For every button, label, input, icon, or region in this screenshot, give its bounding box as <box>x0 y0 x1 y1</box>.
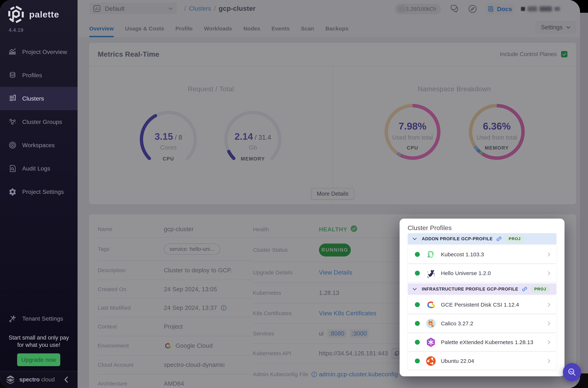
project-overview-icon <box>8 48 17 56</box>
kubecost-logo-icon <box>426 249 436 260</box>
sidebar-item-project-settings[interactable]: Project Settings <box>0 180 78 203</box>
profile-layer-name: GCE Persistent Disk CSI 1.12.4 <box>441 302 519 308</box>
sidebar-item-profiles[interactable]: Profiles <box>0 64 78 87</box>
sidebar-item-label: Cluster Groups <box>22 119 62 125</box>
sidebar-item-cluster-groups[interactable]: Cluster Groups <box>0 110 78 134</box>
profile-layer-item-calico[interactable]: Calico 3.27.2 <box>407 315 557 332</box>
spectro-cloud-brand: spectro cloud <box>19 376 55 383</box>
cluster-groups-icon <box>8 118 17 126</box>
sidebar-item-audit-logs[interactable]: Audit Logs <box>0 157 78 180</box>
chevron-right-icon <box>546 321 551 326</box>
profile-section-header[interactable]: ADDON PROFILE GCP-PROFILEPROJ <box>407 233 557 244</box>
ubuntu-logo-icon <box>426 356 436 366</box>
profile-layer-name: Kubecost 1.103.3 <box>441 251 484 258</box>
status-dot <box>415 252 420 257</box>
profile-section-label: ADDON PROFILE GCP-PROFILE <box>422 236 493 241</box>
status-dot <box>415 359 420 364</box>
cluster-profiles-title: Cluster Profiles <box>407 224 557 232</box>
profile-layer-item-hello-universe[interactable]: Hello Universe 1.2.0 <box>407 264 557 282</box>
link-icon <box>522 286 527 292</box>
chevron-down-icon <box>412 286 417 292</box>
profile-section-header[interactable]: INFRASTRUCTURE PROFILE GCP-PROFILEPROJ <box>407 283 557 295</box>
profile-layer-name: Palette eXtended Kubernetes 1.28.13 <box>441 339 533 345</box>
sidebar-item-label: Tenant Settings <box>22 315 63 322</box>
sidebar-collapse-icon[interactable] <box>64 376 68 383</box>
palette-logo: palette <box>8 5 59 23</box>
sidebar-item-label: Project Settings <box>22 189 64 195</box>
sidebar-item-label: Clusters <box>22 95 44 102</box>
chevron-right-icon <box>546 302 551 307</box>
clusters-icon <box>8 94 17 103</box>
sidebar-nav: Project OverviewProfilesClustersCluster … <box>0 40 78 203</box>
sidebar-item-label: Audit Logs <box>22 165 50 172</box>
sidebar-item-clusters[interactable]: Clusters <box>0 87 78 110</box>
status-dot <box>415 271 420 276</box>
spectro-cloud-logo-icon <box>5 374 16 385</box>
chevron-down-icon <box>412 236 417 242</box>
status-dot <box>415 321 420 326</box>
proj-scope-badge: PROJ <box>505 235 524 242</box>
profile-layer-name: Calico 3.27.2 <box>441 320 473 327</box>
profile-layer-item-gce[interactable]: GCE Persistent Disk CSI 1.12.4 <box>407 296 557 314</box>
pxk-logo-icon <box>426 337 436 348</box>
status-dot <box>415 340 420 345</box>
cluster-profiles-popover: Cluster Profiles ADDON PROFILE GCP-PROFI… <box>400 218 565 376</box>
profile-section-label: INFRASTRUCTURE PROFILE GCP-PROFILE <box>422 287 518 292</box>
upgrade-promo-text: Start small and only pay for what you us… <box>0 334 78 349</box>
app-title: palette <box>29 9 59 20</box>
chevron-right-icon <box>546 252 551 257</box>
profile-layer-item-ubuntu[interactable]: Ubuntu 22.04 <box>407 352 557 370</box>
workspaces-icon <box>8 141 17 149</box>
profile-layer-name: Ubuntu 22.04 <box>441 358 474 364</box>
profile-layer-item-pxk[interactable]: Palette eXtended Kubernetes 1.28.13 <box>407 333 557 351</box>
sidebar-footer: spectro cloud <box>0 371 78 388</box>
sidebar-item-label: Profiles <box>22 72 42 79</box>
sidebar-item-label: Workspaces <box>22 142 55 149</box>
link-icon <box>496 236 502 242</box>
status-dot <box>415 302 420 307</box>
hello-universe-logo-icon <box>426 268 436 279</box>
sidebar-item-label: Project Overview <box>22 49 67 55</box>
sidebar: palette 4.4.19 Project OverviewProfilesC… <box>0 0 78 388</box>
search-fab-button[interactable] <box>563 363 581 381</box>
sidebar-item-project-overview[interactable]: Project Overview <box>0 40 78 64</box>
profiles-icon <box>8 71 17 79</box>
version-label: 4.4.19 <box>9 27 23 33</box>
chevron-right-icon <box>546 359 551 364</box>
tenant-settings-icon <box>8 315 17 323</box>
chevron-right-icon <box>546 340 551 345</box>
profile-layer-item-kubecost[interactable]: Kubecost 1.103.3 <box>407 245 557 263</box>
project-settings-icon <box>8 188 17 196</box>
upgrade-now-button[interactable]: Upgrade now <box>17 353 60 366</box>
audit-logs-icon <box>8 164 17 173</box>
calico-logo-icon <box>426 318 436 329</box>
sidebar-item-workspaces[interactable]: Workspaces <box>0 134 78 157</box>
palette-logo-icon <box>8 5 24 23</box>
chevron-right-icon <box>546 271 551 276</box>
proj-scope-badge: PROJ <box>531 286 550 293</box>
search-icon <box>567 367 577 377</box>
profile-layer-name: Hello Universe 1.2.0 <box>441 270 491 276</box>
gce-logo-icon <box>426 299 436 310</box>
sidebar-item-tenant-settings[interactable]: Tenant Settings <box>0 307 78 330</box>
